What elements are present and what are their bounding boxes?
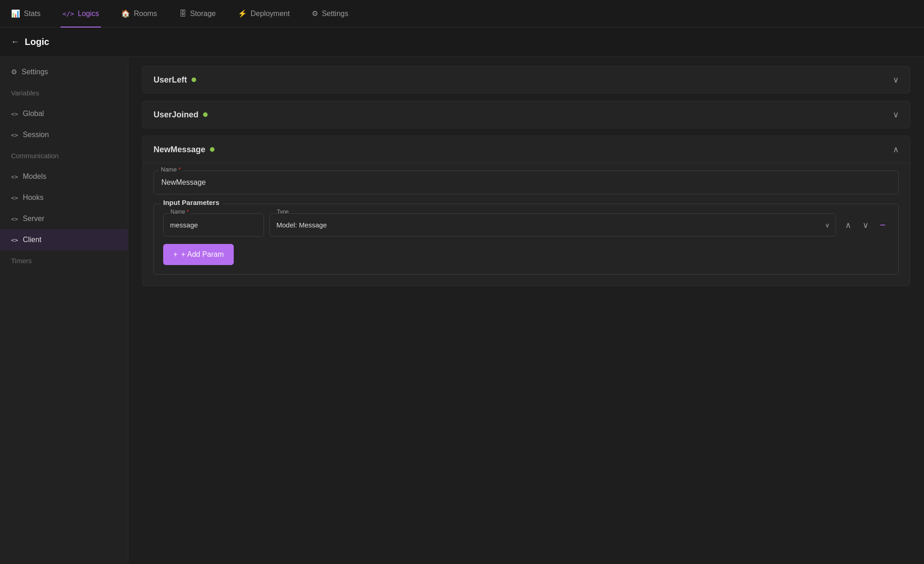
newmessage-chevron-icon: ∧: [893, 144, 899, 155]
nav-storage[interactable]: 🗄 Storage: [177, 0, 218, 28]
sidebar-global-label: Global: [23, 110, 44, 118]
newmessage-body: Name * Input Parameters: [143, 163, 910, 286]
nav-settings[interactable]: ⚙ Settings: [310, 0, 350, 28]
newmessage-name: NewMessage: [154, 145, 205, 155]
newmessage-name-field: Name *: [154, 171, 899, 194]
page-title: Logic: [25, 37, 49, 47]
param-name-input[interactable]: [163, 213, 264, 237]
userleft-chevron-icon: ∨: [893, 75, 899, 85]
nav-logics-label: Logics: [78, 10, 99, 18]
param-name-wrapper: Name *: [163, 213, 264, 237]
settings-nav-icon: ⚙: [312, 9, 318, 18]
top-nav: 📊 Stats </> Logics 🏠 Rooms 🗄 Storage ⚡ D…: [0, 0, 924, 28]
settings-icon: ⚙: [11, 68, 17, 76]
sidebar-settings-label: Settings: [22, 68, 48, 76]
param-type-select[interactable]: Model: Message: [270, 213, 836, 237]
hooks-code-icon: <>: [11, 194, 18, 201]
sidebar-category-communication: Communication: [0, 145, 128, 166]
sidebar-session-label: Session: [23, 131, 49, 139]
input-params-box: Input Parameters Name *: [154, 204, 899, 275]
userleft-title: UserLeft: [154, 75, 196, 85]
newmessage-status-dot: [210, 147, 214, 152]
param-name-required: *: [187, 209, 189, 215]
newmessage-name-input[interactable]: [154, 171, 899, 194]
param-move-up-button[interactable]: ∧: [842, 219, 854, 232]
logics-icon: </>: [62, 10, 74, 17]
variables-label: Variables: [11, 89, 39, 97]
nav-deployment-label: Deployment: [251, 10, 290, 18]
add-param-icon: +: [173, 250, 177, 259]
global-code-icon: <>: [11, 111, 18, 117]
sidebar-server-label: Server: [23, 215, 44, 223]
nav-stats[interactable]: 📊 Stats: [9, 0, 42, 28]
sidebar-category-variables: Variables: [0, 83, 128, 103]
param-type-wrapper: Type Model: Message: [270, 213, 836, 237]
param-move-down-button[interactable]: ∨: [859, 219, 872, 232]
userleft-status-dot: [192, 77, 196, 82]
nav-rooms[interactable]: 🏠 Rooms: [119, 0, 159, 28]
page-header: ← Logic: [0, 28, 924, 57]
sidebar-models-label: Models: [23, 172, 47, 181]
name-field-label: Name *: [159, 166, 182, 173]
param-type-select-wrapper: Model: Message: [270, 213, 836, 237]
logic-item-userleft: UserLeft ∨: [142, 66, 910, 94]
userleft-name: UserLeft: [154, 75, 187, 85]
models-code-icon: <>: [11, 173, 18, 180]
logic-item-newmessage-header[interactable]: NewMessage ∧: [143, 136, 910, 163]
rooms-icon: 🏠: [121, 9, 130, 18]
sidebar-item-hooks[interactable]: <> Hooks: [0, 187, 128, 208]
storage-icon: 🗄: [179, 10, 187, 18]
communication-label: Communication: [11, 152, 59, 160]
userjoined-name: UserJoined: [154, 110, 198, 120]
sidebar-item-server[interactable]: <> Server: [0, 208, 128, 229]
newmessage-title: NewMessage: [154, 145, 214, 155]
deployment-icon: ⚡: [238, 9, 247, 18]
sidebar-category-timers: Timers: [0, 250, 128, 271]
logic-item-userjoined-header[interactable]: UserJoined ∨: [143, 101, 910, 128]
sidebar: ⚙ Settings Variables <> Global <> Sessio…: [0, 57, 128, 564]
timers-label: Timers: [11, 257, 32, 265]
nav-storage-label: Storage: [190, 10, 216, 18]
client-code-icon: <>: [11, 237, 18, 243]
nav-stats-label: Stats: [24, 10, 40, 18]
server-code-icon: <>: [11, 216, 18, 222]
add-param-label: + Add Param: [181, 250, 224, 259]
nav-deployment[interactable]: ⚡ Deployment: [236, 0, 292, 28]
logic-item-newmessage: NewMessage ∧ Name *: [142, 136, 910, 286]
logic-item-userjoined: UserJoined ∨: [142, 101, 910, 128]
back-button[interactable]: ←: [11, 37, 19, 47]
userjoined-status-dot: [203, 112, 208, 117]
sidebar-item-session[interactable]: <> Session: [0, 124, 128, 145]
sidebar-item-settings[interactable]: ⚙ Settings: [0, 61, 128, 83]
main-content: ⚙ Settings Variables <> Global <> Sessio…: [0, 57, 924, 564]
logic-item-userleft-header[interactable]: UserLeft ∨: [143, 66, 910, 93]
sidebar-item-client[interactable]: <> Client: [0, 229, 128, 250]
userjoined-chevron-icon: ∨: [893, 110, 899, 120]
sidebar-client-label: Client: [23, 236, 42, 244]
content-area: UserLeft ∨ UserJoined ∨: [128, 57, 924, 564]
add-param-button[interactable]: + + Add Param: [163, 244, 234, 265]
param-name-label: Name *: [169, 209, 191, 215]
session-code-icon: <>: [11, 132, 18, 138]
nav-settings-label: Settings: [322, 10, 348, 18]
nav-logics[interactable]: </> Logics: [60, 0, 101, 28]
sidebar-hooks-label: Hooks: [23, 194, 44, 202]
param-remove-button[interactable]: −: [876, 219, 889, 232]
stats-icon: 📊: [11, 9, 20, 18]
param-row: Name * Type Model: Message: [163, 213, 889, 237]
input-params-label: Input Parameters: [160, 199, 222, 206]
userjoined-title: UserJoined: [154, 110, 208, 120]
page-layout: ← Logic ⚙ Settings Variables <> Global <…: [0, 28, 924, 564]
name-required-marker: *: [178, 166, 181, 173]
param-actions: ∧ ∨ −: [842, 219, 889, 232]
nav-rooms-label: Rooms: [134, 10, 157, 18]
sidebar-item-models[interactable]: <> Models: [0, 166, 128, 187]
sidebar-item-global[interactable]: <> Global: [0, 103, 128, 124]
